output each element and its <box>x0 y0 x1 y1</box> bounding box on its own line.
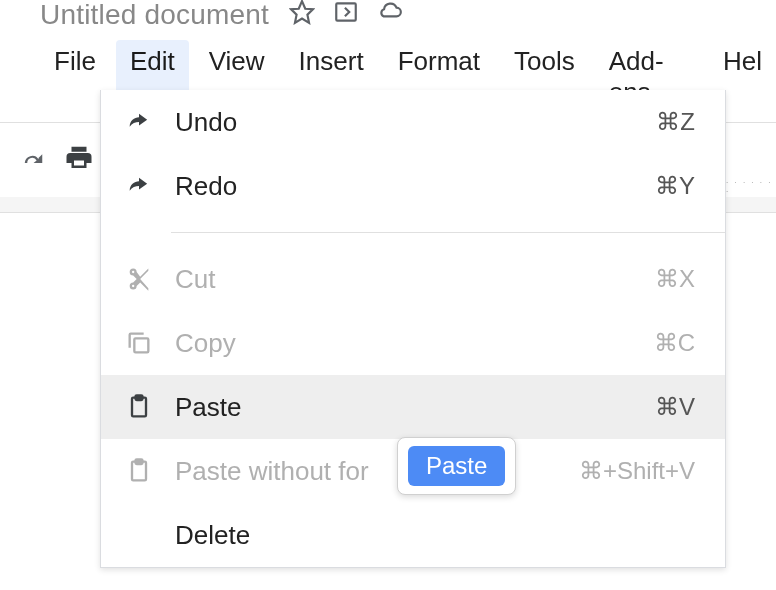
menu-item-label: Paste <box>175 392 655 423</box>
menu-item-label: Undo <box>175 107 656 138</box>
menu-item-label: Cut <box>175 264 655 295</box>
redo-toolbar-icon[interactable] <box>16 143 46 177</box>
undo-icon <box>125 108 153 136</box>
copy-icon <box>125 329 153 357</box>
menu-item-label: Redo <box>175 171 655 202</box>
menu-item-label: Paste without for <box>175 456 579 487</box>
blank-icon <box>125 521 153 549</box>
svg-rect-4 <box>136 395 143 400</box>
cloud-icon[interactable] <box>377 0 403 32</box>
menu-item-shortcut: ⌘Y <box>655 172 695 200</box>
menu-item-shortcut: ⌘X <box>655 265 695 293</box>
redo-icon <box>125 172 153 200</box>
title-bar: Untitled document <box>0 0 776 30</box>
menu-item-paste[interactable]: Paste ⌘V <box>101 375 725 439</box>
svg-rect-2 <box>134 338 148 352</box>
document-title[interactable]: Untitled document <box>40 0 269 31</box>
menu-item-undo[interactable]: Undo ⌘Z <box>101 90 725 154</box>
title-icons <box>289 0 403 32</box>
menu-item-label: Copy <box>175 328 654 359</box>
menu-separator <box>171 232 725 233</box>
star-icon[interactable] <box>289 0 315 32</box>
edit-dropdown: Undo ⌘Z Redo ⌘Y Cut ⌘X Copy ⌘C Paste ⌘V <box>100 90 726 568</box>
svg-marker-0 <box>291 1 313 23</box>
tooltip: Paste <box>397 437 516 495</box>
menu-item-delete[interactable]: Delete <box>101 503 725 567</box>
svg-rect-1 <box>336 3 356 20</box>
paste-plain-icon <box>125 457 153 485</box>
menu-item-shortcut: ⌘+Shift+V <box>579 457 695 485</box>
menu-item-shortcut: ⌘C <box>654 329 695 357</box>
menu-item-copy[interactable]: Copy ⌘C <box>101 311 725 375</box>
svg-rect-6 <box>136 459 143 464</box>
menu-item-shortcut: ⌘Z <box>656 108 695 136</box>
print-icon[interactable] <box>64 143 94 177</box>
ruler-ticks: · · · · · · · <box>726 178 776 194</box>
menu-item-shortcut: ⌘V <box>655 393 695 421</box>
move-icon[interactable] <box>333 0 359 32</box>
cut-icon <box>125 265 153 293</box>
menu-item-cut[interactable]: Cut ⌘X <box>101 247 725 311</box>
paste-icon <box>125 393 153 421</box>
tooltip-text: Paste <box>408 446 505 486</box>
menu-item-label: Delete <box>175 520 695 551</box>
menu-item-redo[interactable]: Redo ⌘Y <box>101 154 725 218</box>
